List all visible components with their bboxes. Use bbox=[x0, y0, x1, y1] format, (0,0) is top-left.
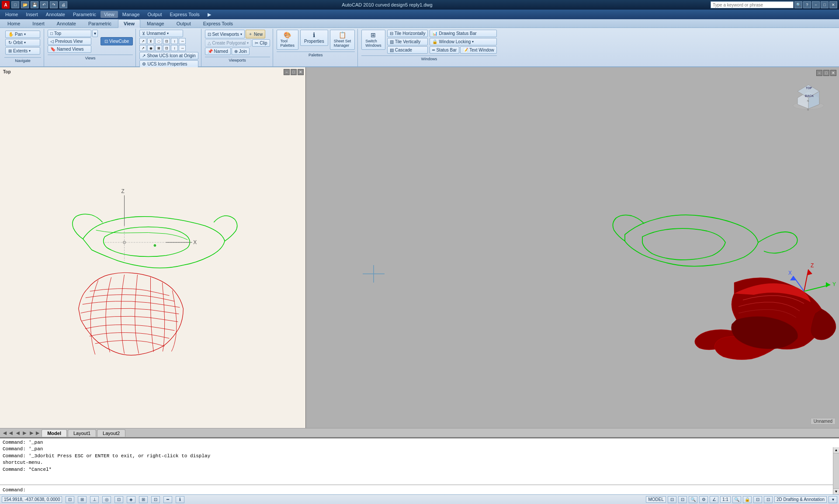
search-btn[interactable]: 🔍 bbox=[794, 1, 802, 8]
settings-btn[interactable]: ⚙ bbox=[699, 496, 708, 503]
ribbon-tab-home[interactable]: Home bbox=[2, 19, 26, 28]
close-btn[interactable]: ✕ bbox=[829, 1, 837, 8]
qprops-btn[interactable]: ℹ bbox=[176, 496, 184, 503]
ribbon-tab-insert[interactable]: Insert bbox=[27, 19, 50, 28]
vp-left-close[interactable]: ✕ bbox=[298, 69, 304, 75]
cascade-button[interactable]: ▤ Cascade bbox=[387, 46, 428, 54]
ducs-btn[interactable]: ⊞ bbox=[139, 496, 148, 503]
ribbon-tab-annotate[interactable]: Annotate bbox=[51, 19, 82, 28]
window-locking-button[interactable]: 🔒 Window Locking ▾ bbox=[430, 38, 496, 45]
coord-icon-3[interactable]: ◌ bbox=[155, 38, 162, 44]
tab-nav-next-last[interactable]: ►► bbox=[28, 429, 41, 436]
customization-btn[interactable]: ▾ bbox=[829, 496, 837, 503]
quick-access-plot[interactable]: 🖨 bbox=[59, 1, 67, 8]
unnamed-dropdown-icon[interactable]: ▾ bbox=[167, 31, 169, 35]
otrack-btn[interactable]: ◈ bbox=[127, 496, 135, 503]
sheet-set-manager-button[interactable]: 📋 Sheet SetManager bbox=[330, 30, 355, 50]
tab-layout1[interactable]: Layout1 bbox=[68, 429, 96, 437]
properties-button[interactable]: ℹ Properties bbox=[300, 30, 328, 46]
polar-btn[interactable]: ◎ bbox=[102, 496, 111, 503]
menu-extras[interactable]: ▶ bbox=[204, 11, 215, 18]
text-window-button[interactable]: 📝 Text Window bbox=[460, 46, 497, 54]
menu-view[interactable]: View bbox=[101, 11, 118, 18]
pan-button[interactable]: ✋ Pan ▾ bbox=[5, 31, 40, 38]
menu-express-tools[interactable]: Express Tools bbox=[166, 11, 203, 18]
viewport-right[interactable]: − □ ✕ BACK TOP S N bbox=[306, 67, 839, 428]
search-input[interactable] bbox=[713, 3, 791, 7]
vp-right-restore[interactable]: − bbox=[816, 70, 822, 76]
ribbon-tab-output[interactable]: Output bbox=[171, 19, 197, 28]
lineweight-btn[interactable]: ━ bbox=[163, 496, 172, 503]
unnamed-ucs-button[interactable]: ⊻ Unnamed ▾ bbox=[139, 30, 183, 37]
set-viewports-button[interactable]: ⊡ Set Viewports ▾ bbox=[205, 30, 245, 38]
join-button[interactable]: ⊕ Join bbox=[232, 48, 250, 55]
tool-palettes-button[interactable]: 🎨 ToolPalettes bbox=[277, 30, 299, 50]
quick-access-save[interactable]: 💾 bbox=[31, 1, 38, 8]
clip-button[interactable]: ✂ Clip bbox=[252, 39, 270, 47]
named-views-button[interactable]: 🔖 Named Views bbox=[48, 45, 91, 53]
viewcube-3d[interactable]: BACK TOP S N bbox=[791, 76, 826, 111]
coord-icon-1[interactable]: ↗ bbox=[139, 38, 146, 44]
tab-nav-prev-first[interactable]: ◄◄ bbox=[2, 429, 14, 436]
quick-access-undo[interactable]: ↶ bbox=[40, 1, 48, 8]
tile-vertically-button[interactable]: ▥ Tile Vertically bbox=[387, 38, 428, 45]
show-ucs-icon-button[interactable]: ↗ Show UCS Icon at Origin bbox=[139, 52, 198, 59]
minimize-btn[interactable]: − bbox=[812, 1, 820, 8]
vp-left-restore[interactable]: − bbox=[284, 69, 290, 75]
info-btn[interactable]: ? bbox=[803, 1, 811, 8]
model-btn-2[interactable]: ⊡ bbox=[678, 496, 687, 503]
model-indicator[interactable]: MODEL bbox=[646, 496, 666, 503]
coord-icon-7[interactable]: ↗ bbox=[139, 45, 146, 51]
previous-view-button[interactable]: ◁ Previous View bbox=[48, 38, 91, 45]
ribbon-tab-manage[interactable]: Manage bbox=[141, 19, 170, 28]
scale-display[interactable]: 1:1 bbox=[720, 496, 731, 503]
quick-access-new[interactable]: □ bbox=[11, 1, 19, 8]
top-view-button[interactable]: □ Top bbox=[48, 30, 91, 37]
ribbon-tab-parametric[interactable]: Parametric bbox=[83, 19, 117, 28]
coordinates-display[interactable]: 154.9918, -437.0638, 0.0000 bbox=[2, 496, 62, 503]
vp-right-close[interactable]: ✕ bbox=[830, 70, 836, 76]
window-lock-dropdown[interactable]: ▾ bbox=[472, 40, 474, 44]
switch-windows-button[interactable]: ⊞ SwitchWindows bbox=[361, 30, 385, 50]
tile-horizontally-button[interactable]: ⊟ Tile Horizontally bbox=[387, 30, 428, 37]
angle-btn[interactable]: ∠ bbox=[710, 496, 718, 503]
coord-icon-12[interactable]: ↔ bbox=[179, 45, 186, 51]
extents-dropdown[interactable]: ▾ bbox=[29, 49, 31, 53]
menu-manage[interactable]: Manage bbox=[119, 11, 143, 18]
vp-left-max[interactable]: □ bbox=[291, 69, 297, 75]
menu-insert[interactable]: Insert bbox=[22, 11, 42, 18]
create-polygonal-dropdown[interactable]: ▾ bbox=[247, 41, 249, 45]
coord-icon-11[interactable]: ↕ bbox=[171, 45, 178, 51]
coord-icon-9[interactable]: ⊠ bbox=[155, 45, 162, 51]
lock-btn[interactable]: 🔒 bbox=[743, 496, 752, 503]
coord-icon-4[interactable]: ⊡ bbox=[163, 38, 170, 44]
create-polygonal-button[interactable]: △ Create Polygonal ▾ bbox=[205, 39, 252, 47]
new-viewport-button[interactable]: ＋ New bbox=[246, 30, 265, 38]
command-input-row[interactable]: Command: bbox=[0, 485, 839, 494]
coord-icon-2[interactable]: ⊻ bbox=[147, 38, 154, 44]
scrollbar-down-btn[interactable]: ▼ bbox=[833, 488, 839, 494]
maximize-btn[interactable]: □ bbox=[821, 1, 829, 8]
coord-icon-5[interactable]: ↕ bbox=[171, 38, 178, 44]
orbit-button[interactable]: ↻ Orbit ▾ bbox=[5, 39, 40, 46]
coord-icon-10[interactable]: ⊡ bbox=[163, 45, 170, 51]
viewcube-button[interactable]: ⊡ ViewCube bbox=[101, 37, 133, 45]
named-viewport-button[interactable]: 📌 Named bbox=[205, 48, 231, 55]
command-input[interactable] bbox=[26, 487, 836, 493]
zoom-btn[interactable]: 🔍 bbox=[732, 496, 741, 503]
views-dropdown-top[interactable]: ▾ bbox=[92, 30, 98, 37]
coord-icon-6[interactable]: ↔ bbox=[179, 38, 186, 44]
snap-btn[interactable]: ⊡ bbox=[66, 496, 74, 503]
drawing-tools-btn-1[interactable]: ⊡ bbox=[753, 496, 762, 503]
tab-nav-prev[interactable]: ◄ bbox=[15, 429, 21, 436]
viewport-left[interactable]: Top − □ ✕ bbox=[0, 67, 306, 428]
drawing-tools-btn-2[interactable]: ⊡ bbox=[764, 496, 773, 503]
search-bar[interactable] bbox=[711, 1, 794, 8]
menu-annotate[interactable]: Annotate bbox=[42, 11, 69, 18]
workspace-display[interactable]: 2D Drafting & Annotation bbox=[774, 496, 827, 503]
coord-icon-8[interactable]: ◉ bbox=[147, 45, 154, 51]
set-viewports-dropdown[interactable]: ▾ bbox=[240, 32, 242, 36]
search-status-btn[interactable]: 🔍 bbox=[689, 496, 697, 503]
ribbon-tab-view[interactable]: View bbox=[118, 19, 140, 28]
quick-access-open[interactable]: 📂 bbox=[21, 1, 29, 8]
